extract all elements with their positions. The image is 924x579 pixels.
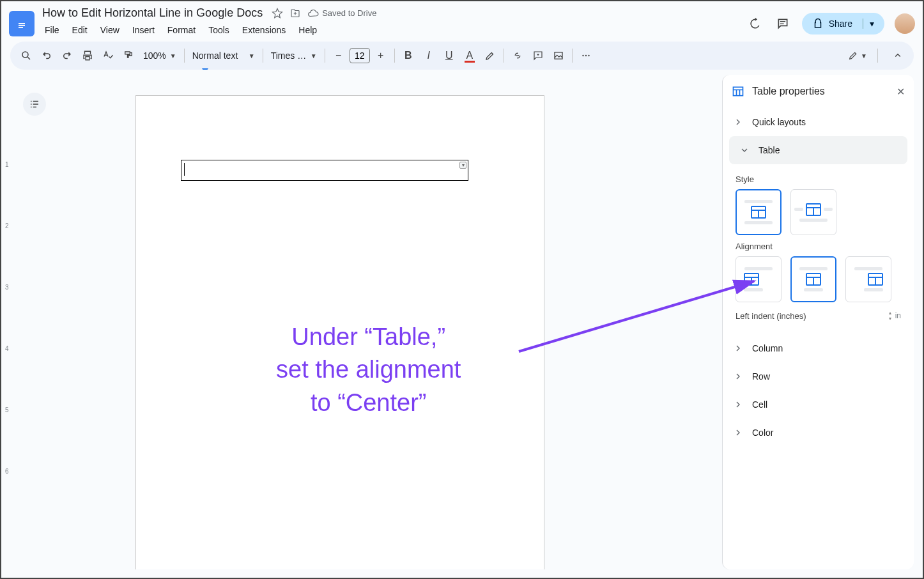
star-icon[interactable] xyxy=(272,8,283,19)
svg-point-3 xyxy=(22,52,28,58)
font-size-increase[interactable]: + xyxy=(371,46,390,65)
chevron-right-icon xyxy=(733,117,743,127)
style-label: Style xyxy=(735,174,901,184)
svg-point-7 xyxy=(588,55,589,56)
menu-format[interactable]: Format xyxy=(162,22,201,38)
add-comment-icon[interactable] xyxy=(528,46,548,65)
table-cell[interactable]: ▾ xyxy=(181,160,468,181)
redo-icon[interactable] xyxy=(58,46,77,65)
editing-mode-icon[interactable]: ▼ xyxy=(848,46,867,65)
comments-icon[interactable] xyxy=(774,15,792,33)
bold-icon[interactable]: B xyxy=(399,46,418,65)
vertical-ruler: 1 2 3 4 5 6 xyxy=(1,70,14,569)
paint-format-icon[interactable] xyxy=(119,46,138,65)
italic-icon[interactable]: I xyxy=(419,46,438,65)
annotation-arrow xyxy=(512,270,768,359)
svg-rect-0 xyxy=(19,23,25,24)
highlight-icon[interactable] xyxy=(481,46,500,65)
close-icon[interactable]: ✕ xyxy=(897,86,905,98)
docs-logo[interactable] xyxy=(9,11,35,36)
svg-rect-2 xyxy=(19,27,23,28)
more-icon[interactable] xyxy=(576,46,596,65)
indent-input[interactable]: ▴▾ in xyxy=(889,310,901,321)
lock-icon xyxy=(812,18,824,29)
chevron-right-icon xyxy=(733,371,743,382)
section-table[interactable]: Table xyxy=(729,136,907,164)
font-size-input[interactable]: 12 xyxy=(350,48,370,63)
style-dropdown[interactable]: Normal text▼ xyxy=(189,50,259,61)
image-icon[interactable] xyxy=(549,46,568,65)
chevron-down-icon xyxy=(739,145,750,155)
font-dropdown[interactable]: Times …▼ xyxy=(267,50,321,61)
history-icon[interactable] xyxy=(746,15,764,33)
search-icon[interactable] xyxy=(17,46,36,65)
spellcheck-icon[interactable] xyxy=(98,46,118,65)
menu-help[interactable]: Help xyxy=(293,22,322,38)
outline-button[interactable] xyxy=(23,93,46,116)
section-row[interactable]: Row xyxy=(723,362,914,390)
menubar: File Edit View Insert Format Tools Exten… xyxy=(40,21,746,42)
annotation-text: Under “Table,” set the alignment to “Cen… xyxy=(276,321,461,419)
alignment-label: Alignment xyxy=(735,242,901,251)
link-icon[interactable] xyxy=(508,46,527,65)
move-icon[interactable] xyxy=(289,8,301,19)
svg-point-5 xyxy=(582,55,583,56)
text-color-icon[interactable]: A xyxy=(460,46,479,65)
share-button[interactable]: Share ▾ xyxy=(802,13,884,35)
font-size-decrease[interactable]: − xyxy=(329,46,348,65)
alignment-right[interactable] xyxy=(845,256,891,302)
section-quick-layouts[interactable]: Quick layouts xyxy=(723,108,914,136)
svg-point-6 xyxy=(585,55,587,56)
section-cell[interactable]: Cell xyxy=(723,390,914,419)
menu-tools[interactable]: Tools xyxy=(203,22,235,38)
underline-icon[interactable]: U xyxy=(440,46,459,65)
svg-line-9 xyxy=(519,281,754,351)
menu-file[interactable]: File xyxy=(40,22,65,38)
svg-rect-1 xyxy=(19,25,25,26)
menu-edit[interactable]: Edit xyxy=(67,22,93,38)
panel-title: Table properties xyxy=(752,86,889,97)
table-handle-icon[interactable]: ▾ xyxy=(459,162,466,169)
avatar[interactable] xyxy=(895,13,915,34)
style-option-inline[interactable] xyxy=(735,189,782,235)
undo-icon[interactable] xyxy=(37,46,56,65)
doc-title[interactable]: How to Edit Horizontal Line in Google Do… xyxy=(40,5,265,21)
menu-view[interactable]: View xyxy=(95,22,125,38)
share-caret-icon[interactable]: ▾ xyxy=(863,19,874,29)
svg-rect-4 xyxy=(555,52,562,59)
menu-insert[interactable]: Insert xyxy=(127,22,160,38)
menu-extensions[interactable]: Extensions xyxy=(237,22,291,38)
chevron-right-icon xyxy=(733,428,743,438)
table-icon xyxy=(732,85,744,98)
print-icon[interactable] xyxy=(78,46,97,65)
zoom-dropdown[interactable]: 100%▼ xyxy=(139,50,180,61)
section-color[interactable]: Color xyxy=(723,419,914,447)
alignment-center[interactable] xyxy=(790,256,836,302)
style-option-wrap[interactable] xyxy=(790,189,836,235)
cloud-status[interactable]: Saved to Drive xyxy=(307,8,376,19)
collapse-icon[interactable] xyxy=(888,46,907,65)
svg-rect-8 xyxy=(734,87,743,95)
chevron-right-icon xyxy=(733,399,743,410)
toolbar: 100%▼ Normal text▼ Times …▼ − 12 + B I U… xyxy=(10,42,914,70)
cloud-icon xyxy=(307,8,319,19)
